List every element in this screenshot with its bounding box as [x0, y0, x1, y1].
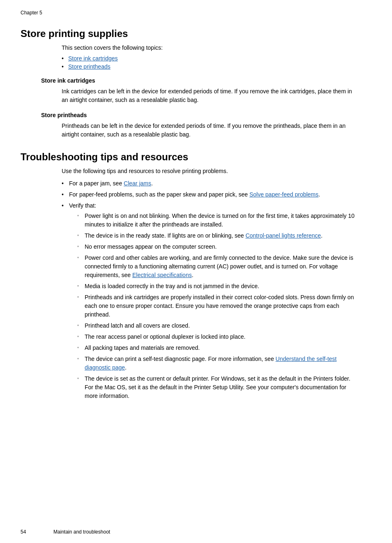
- sub-item-text: Printhead latch and all covers are close…: [85, 322, 190, 329]
- list-item: Media is loaded correctly in the tray an…: [77, 282, 359, 291]
- list-item: All packing tapes and materials are remo…: [77, 344, 359, 352]
- page-footer: 54 Maintain and troubleshoot: [21, 529, 110, 535]
- sub-item-text-before: The device is in the ready state. If lig…: [85, 232, 245, 239]
- solve-paper-feed-link[interactable]: Solve paper-feed problems: [249, 191, 318, 198]
- list-item: Power cord and other cables are working,…: [77, 254, 359, 280]
- sub-item-text-after: .: [321, 232, 323, 239]
- store-printheads-heading: Store printheads: [41, 112, 359, 118]
- store-ink-cartridges-heading: Store ink cartridges: [41, 77, 359, 84]
- store-printheads-link[interactable]: Store printheads: [68, 63, 111, 70]
- store-ink-cartridges-subsection: Store ink cartridges Ink cartridges can …: [21, 77, 359, 104]
- verify-that-text: Verify that:: [69, 202, 96, 209]
- sub-item-text: All packing tapes and materials are remo…: [85, 344, 200, 351]
- store-ink-cartridges-link[interactable]: Store ink cartridges: [68, 55, 118, 62]
- list-item: Verify that: Power light is on and not b…: [62, 201, 359, 400]
- list-item: The device can print a self-test diagnos…: [77, 355, 359, 372]
- list-item: Store ink cartridges: [62, 55, 359, 62]
- list-item: Store printheads: [62, 63, 359, 70]
- troubleshooting-bullets-list: For a paper jam, see Clear jams. For pap…: [62, 179, 359, 400]
- bullet-text-after: .: [151, 180, 153, 187]
- list-item: The device is in the ready state. If lig…: [77, 231, 359, 240]
- list-item: The device is set as the current or defa…: [77, 374, 359, 400]
- sub-item-text-before: Power cord and other cables are working,…: [85, 254, 353, 278]
- store-supplies-links-list: Store ink cartridges Store printheads: [62, 55, 359, 70]
- sub-item-text: Printheads and ink cartridges are proper…: [85, 294, 354, 318]
- sub-item-text-before: The device can print a self-test diagnos…: [85, 356, 276, 362]
- list-item: For paper-feed problems, such as the pap…: [62, 190, 359, 199]
- sub-item-text: No error messages appear on the computer…: [85, 243, 217, 250]
- store-ink-cartridges-body: Ink cartridges can be left in the device…: [62, 87, 359, 104]
- sub-item-text-after: .: [125, 364, 127, 371]
- list-item: For a paper jam, see Clear jams.: [62, 179, 359, 188]
- control-panel-lights-link[interactable]: Control-panel lights reference: [245, 232, 321, 239]
- page-number: 54: [21, 529, 26, 535]
- store-printheads-body: Printheads can be left in the device for…: [62, 122, 359, 139]
- bullet-text-before: For a paper jam, see: [69, 180, 124, 187]
- footer-text: Maintain and troubleshoot: [53, 529, 110, 535]
- troubleshooting-intro: Use the following tips and resources to …: [62, 168, 359, 174]
- electrical-specifications-link[interactable]: Electrical specifications: [132, 272, 192, 278]
- troubleshooting-section: Troubleshooting tips and resources Use t…: [21, 151, 359, 400]
- verify-sub-list: Power light is on and not blinking. When…: [77, 212, 359, 400]
- list-item: The rear access panel or optional duplex…: [77, 333, 359, 341]
- list-item: Printhead latch and all covers are close…: [77, 321, 359, 330]
- troubleshooting-title: Troubleshooting tips and resources: [21, 151, 359, 163]
- sub-item-text: The rear access panel or optional duplex…: [85, 333, 245, 340]
- sub-item-text: The device is set as the current or defa…: [85, 375, 350, 399]
- clear-jams-link[interactable]: Clear jams: [124, 180, 151, 187]
- list-item: Power light is on and not blinking. When…: [77, 212, 359, 229]
- sub-item-text-after: .: [192, 272, 194, 278]
- store-printheads-subsection: Store printheads Printheads can be left …: [21, 112, 359, 139]
- sub-item-text: Power light is on and not blinking. When…: [85, 213, 355, 228]
- sub-item-text: Media is loaded correctly in the tray an…: [85, 283, 259, 289]
- bullet-text-after: .: [318, 191, 320, 198]
- list-item: No error messages appear on the computer…: [77, 243, 359, 251]
- chapter-label: Chapter 5: [21, 10, 359, 16]
- store-supplies-section: Store printing supplies This section cov…: [21, 28, 359, 139]
- store-supplies-title: Store printing supplies: [21, 28, 359, 39]
- bullet-text-before: For paper-feed problems, such as the pap…: [69, 191, 249, 198]
- store-supplies-intro: This section covers the following topics…: [62, 44, 359, 51]
- list-item: Printheads and ink cartridges are proper…: [77, 293, 359, 319]
